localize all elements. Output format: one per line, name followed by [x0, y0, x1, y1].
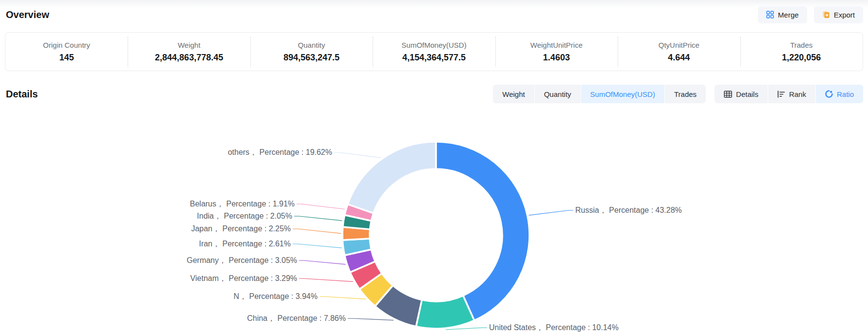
pie-label-vietnam: Vietnam， Percentage : 3.29%	[190, 274, 297, 284]
pie-leader-vietnam	[299, 279, 353, 281]
pie-leader-n	[320, 297, 366, 299]
pie-leader-russia	[529, 210, 573, 215]
pie-label-n: N， Percentage : 3.94%	[233, 292, 318, 302]
pie-leader-iran	[293, 244, 342, 248]
pie-label-japan: Japan， Percentage : 2.25%	[191, 224, 291, 234]
pie-leader-japan	[293, 229, 341, 233]
pie-label-iran: Iran， Percentage : 2.61%	[199, 239, 291, 249]
pie-slice-united-states[interactable]	[416, 296, 474, 329]
donut-chart: Russia， Percentage : 43.28%United States…	[0, 0, 868, 335]
pie-leader-others	[334, 152, 381, 158]
pie-leader-india	[294, 216, 342, 221]
pie-slice-others[interactable]	[348, 142, 436, 213]
pie-label-others: others， Percentage : 19.62%	[228, 148, 332, 158]
pie-label-belarus: Belarus， Percentage : 1.91%	[190, 199, 295, 209]
pie-leader-germany	[299, 261, 345, 264]
pie-label-germany: Germany， Percentage : 3.05%	[187, 256, 297, 266]
pie-label-china: China， Percentage : 7.86%	[247, 314, 346, 324]
pie-label-india: India， Percentage : 2.05%	[197, 211, 292, 222]
pie-leader-belarus	[297, 204, 345, 209]
pie-label-russia: Russia， Percentage : 43.28%	[575, 205, 682, 216]
pie-label-united-states: United States， Percentage : 10.14%	[489, 323, 619, 333]
pie-leader-china	[348, 318, 394, 320]
pie-slice-russia[interactable]	[436, 142, 529, 320]
